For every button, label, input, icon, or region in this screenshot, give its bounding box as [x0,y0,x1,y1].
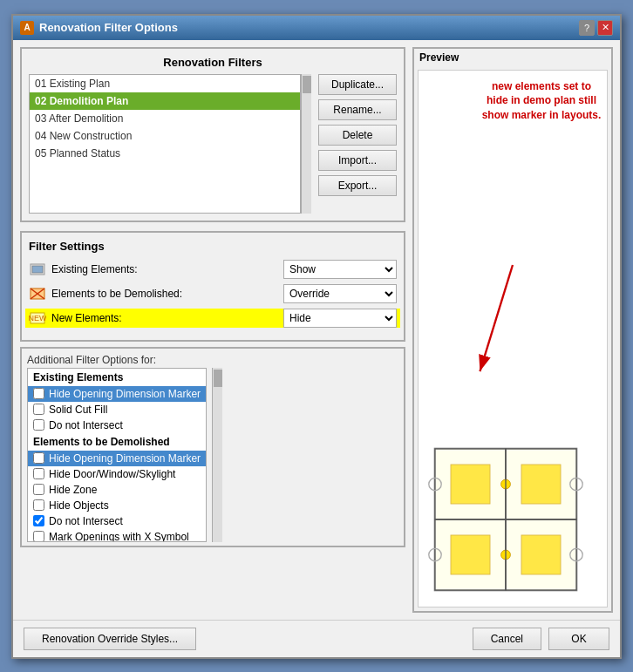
preview-canvas: new elements set to hide in demo plan st… [418,70,608,608]
left-panel: Renovation Filters 01 Existing Plan 02 D… [20,47,405,613]
hide-opening-dim-marker-demolished[interactable]: Hide Opening Dimension Marker [28,451,206,466]
hide-door-window-skylight-item[interactable]: Hide Door/Window/Skylight [28,466,206,482]
new-elements-row: NEW New Elements: Show Hide Override [25,309,400,328]
svg-rect-1 [32,266,43,273]
hide-zone-item[interactable]: Hide Zone [28,482,206,498]
do-not-intersect-existing-item[interactable]: Do not Intersect [28,417,206,433]
filter-list[interactable]: 01 Existing Plan 02 Demolition Plan 03 A… [29,74,301,214]
demolished-elements-label: Elements to be Demolished: [51,288,278,300]
hide-objects-checkbox[interactable] [33,499,44,511]
filter-item-1[interactable]: 01 Existing Plan [30,75,300,92]
right-panel: Preview new elements set to hide in demo… [412,47,613,613]
solid-cut-fill-item[interactable]: Solid Cut Fill [28,402,206,417]
additional-filter-section: Additional Filter Options for: Existing … [20,347,405,547]
cancel-button[interactable]: Cancel [473,628,541,650]
ok-button[interactable]: OK [548,628,609,650]
svg-rect-15 [521,465,561,504]
dialog-content: Renovation Filters 01 Existing Plan 02 D… [13,40,620,620]
do-not-intersect-demolished-label: Do not Intersect [49,515,123,527]
preview-header: Preview [414,49,611,66]
additional-filter-list[interactable]: Existing Elements Hide Opening Dimension… [27,368,207,542]
solid-cut-fill-label: Solid Cut Fill [49,404,107,416]
demolished-elements-row: Elements to be Demolished: Show Override… [29,284,397,303]
svg-line-8 [480,264,513,370]
svg-rect-16 [451,535,490,574]
hide-door-window-skylight-checkbox[interactable] [33,468,44,479]
additional-list-scrollbar[interactable] [212,368,222,542]
svg-text:NEW: NEW [29,314,46,322]
import-button[interactable]: Import... [318,150,397,171]
app-icon: A [20,21,34,35]
do-not-intersect-demolished-checkbox[interactable] [33,515,44,526]
additional-filter-label: Additional Filter Options for: [22,352,404,368]
hide-zone-label: Hide Zone [49,484,97,496]
existing-elements-select[interactable]: Show Hide Override [283,260,397,279]
do-not-intersect-demolished-item[interactable]: Do not Intersect [28,513,206,529]
hide-zone-checkbox[interactable] [33,484,44,495]
demolished-elements-select[interactable]: Show Override Hide [283,284,397,303]
renovation-override-styles-button[interactable]: Renovation Override Styles... [24,628,196,650]
main-dialog: A Renovation Filter Options ? ✕ Renovati… [11,14,622,659]
existing-elements-label: Existing Elements: [51,263,278,275]
do-not-intersect-existing-label: Do not Intersect [49,419,123,431]
mark-openings-x-item[interactable]: Mark Openings with X Symbol [28,529,206,542]
hide-opening-dim-marker-existing-label: Hide Opening Dimension Marker [49,388,201,400]
floorplan-svg [427,441,584,598]
solid-cut-fill-checkbox[interactable] [33,404,44,415]
svg-rect-14 [451,465,490,504]
mark-openings-x-label: Mark Openings with X Symbol [49,531,189,542]
delete-button[interactable]: Delete [318,125,397,146]
hide-objects-item[interactable]: Hide Objects [28,498,206,513]
hide-opening-dim-marker-demolished-label: Hide Opening Dimension Marker [49,452,201,465]
filter-item-2[interactable]: 02 Demolition Plan [30,92,300,110]
preview-section: Preview new elements set to hide in demo… [412,47,613,613]
duplicate-button[interactable]: Duplicate... [318,74,397,95]
renovation-filters-header: Renovation Filters [29,56,397,69]
filter-item-3[interactable]: 03 After Demolition [30,110,300,127]
hide-door-window-skylight-label: Hide Door/Window/Skylight [49,468,175,480]
dialog-footer: Renovation Override Styles... Cancel OK [13,620,620,657]
rename-button[interactable]: Rename... [318,99,397,120]
new-elements-icon: NEW [29,309,46,327]
new-elements-select[interactable]: Show Hide Override [283,309,397,328]
hide-opening-dim-marker-existing-checkbox[interactable] [33,388,44,399]
title-bar: A Renovation Filter Options ? ✕ [13,16,620,40]
renovation-filters-section: Renovation Filters 01 Existing Plan 02 D… [20,47,405,222]
new-elements-label: New Elements: [51,312,278,324]
hide-opening-dim-marker-demolished-checkbox[interactable] [33,452,44,464]
do-not-intersect-existing-checkbox[interactable] [33,419,44,431]
svg-rect-17 [521,535,561,574]
help-button[interactable]: ? [579,20,595,36]
existing-elements-icon [29,261,46,278]
filter-item-5[interactable]: 05 Planned Status [30,145,300,162]
filter-list-scrollbar[interactable] [301,74,311,214]
filter-settings-header: Filter Settings [29,240,397,253]
existing-elements-row: Existing Elements: Show Hide Override [29,260,397,279]
filter-settings-section: Filter Settings Existing Elements: Show … [20,231,405,342]
demolished-elements-group-header: Elements to be Demolished [28,433,206,451]
close-button[interactable]: ✕ [597,20,613,36]
demolished-elements-icon [29,285,46,302]
hide-opening-dim-marker-existing[interactable]: Hide Opening Dimension Marker [28,386,206,402]
annotation-text: new elements set to hide in demo plan st… [480,79,602,123]
mark-openings-x-checkbox[interactable] [33,531,44,542]
export-button[interactable]: Export... [318,175,397,196]
hide-objects-label: Hide Objects [49,499,109,512]
dialog-title: Renovation Filter Options [39,21,178,34]
filter-item-4[interactable]: 04 New Construction [30,127,300,145]
existing-elements-group-header: Existing Elements [28,369,206,386]
